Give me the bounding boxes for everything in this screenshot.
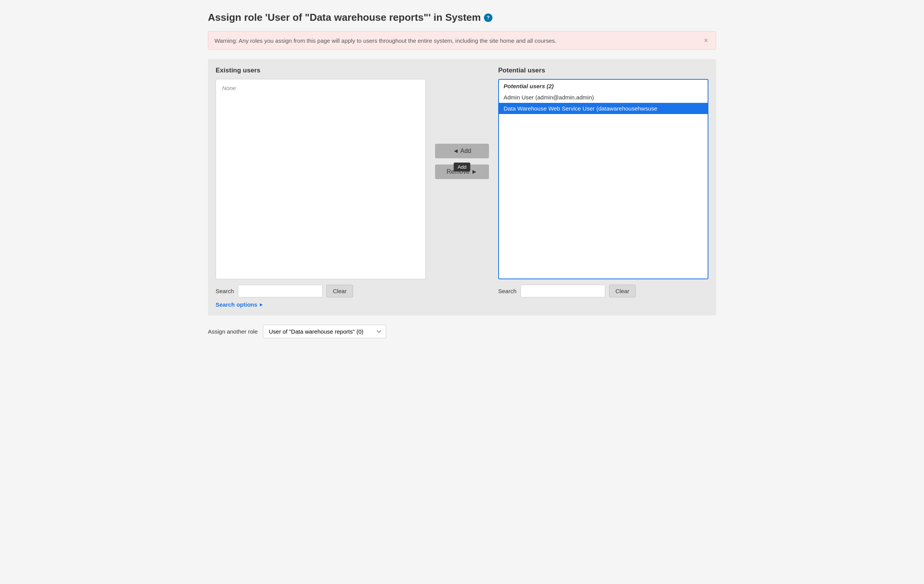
warning-banner: Warning: Any roles you assign from this … — [208, 31, 716, 50]
potential-user-item-0[interactable]: Admin User (admin@admin.admin) — [499, 92, 708, 103]
assign-role-row: Assign another role User of "Data wareho… — [208, 325, 716, 338]
existing-users-list[interactable]: None — [216, 79, 426, 279]
existing-users-panel: Existing users None Search Clear Search … — [216, 67, 426, 308]
existing-users-label: Existing users — [216, 67, 426, 74]
potential-users-panel: Potential users Potential users (2) Admi… — [498, 67, 708, 297]
potential-users-search-row: Search Clear — [498, 285, 708, 297]
potential-users-label: Potential users — [498, 67, 708, 74]
add-tooltip: Add — [454, 163, 470, 171]
potential-search-label: Search — [498, 288, 517, 294]
title-text: Assign role 'User of "Data warehouse rep… — [208, 12, 481, 23]
help-icon[interactable]: ? — [484, 13, 492, 22]
users-section: Existing users None Search Clear Search … — [208, 59, 716, 315]
existing-users-none: None — [219, 82, 422, 94]
existing-users-search-row: Search Clear — [216, 285, 426, 297]
potential-user-item-1[interactable]: Data Warehouse Web Service User (datawar… — [499, 103, 708, 114]
users-grid: Existing users None Search Clear Search … — [216, 67, 708, 308]
potential-users-header: Potential users (2) — [499, 80, 708, 92]
assign-role-label: Assign another role — [208, 328, 258, 335]
potential-search-input[interactable] — [521, 285, 605, 297]
page-title: Assign role 'User of "Data warehouse rep… — [208, 12, 716, 23]
search-options-label: Search options — [216, 301, 257, 308]
assign-role-select[interactable]: User of "Data warehouse reports" (0) — [263, 325, 386, 338]
warning-text: Warning: Any roles you assign from this … — [214, 37, 556, 44]
search-options-link[interactable]: Search options ► — [216, 301, 426, 308]
existing-search-label: Search — [216, 288, 234, 294]
potential-clear-button[interactable]: Clear — [609, 285, 636, 297]
existing-search-input[interactable] — [238, 285, 323, 297]
potential-users-list[interactable]: Potential users (2) Admin User (admin@ad… — [498, 79, 708, 279]
chevron-right-icon: ► — [259, 302, 264, 307]
warning-close-button[interactable]: × — [702, 37, 710, 44]
existing-clear-button[interactable]: Clear — [326, 285, 353, 297]
actions-column: ◄ Add Add Remove ► — [426, 144, 498, 179]
add-button-label: ◄ Add — [453, 148, 471, 154]
add-button[interactable]: ◄ Add Add — [435, 144, 489, 158]
